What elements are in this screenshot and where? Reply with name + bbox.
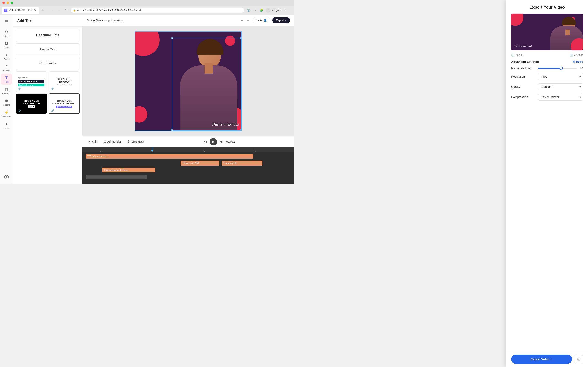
- person-body: [180, 66, 237, 131]
- sidebar-help-button[interactable]: ?: [1, 173, 12, 181]
- redo-button[interactable]: ↪: [245, 17, 251, 24]
- export-arrow-icon: ↑: [285, 19, 286, 22]
- extension-button[interactable]: 🧩: [259, 8, 264, 13]
- voiceover-button[interactable]: 🎙 Voiceover: [126, 139, 145, 145]
- timeline-playhead[interactable]: [152, 147, 152, 152]
- address-bar[interactable]: 🔒 veed.io/edit/0e4e2277-6f45-45c3-9294-7…: [70, 8, 245, 13]
- pres2-badge: QUARTERLY REPORT: [56, 106, 72, 108]
- main-area: Online Workshop Invitation ↩ ↪ Invite 👤 …: [82, 15, 294, 184]
- bigsale-line3: LIMITED TIME ONLY: [51, 84, 77, 86]
- minimize-traffic-light[interactable]: [7, 2, 9, 4]
- sidebar-item-settings[interactable]: ⚙ Settings: [1, 28, 12, 39]
- bigsale-content: BIG SALE PROMO LIMITED TIME ONLY: [51, 78, 77, 86]
- track-row-1: T This is a text box :): [86, 153, 291, 159]
- canvas-text-overlay[interactable]: This is a text box: [212, 122, 239, 127]
- speaker-role: Fashion Designer: [18, 83, 44, 86]
- sidebar-subtitles-label: Subtitles: [2, 69, 10, 72]
- add-media-button[interactable]: ⊕ Add Media: [102, 139, 122, 145]
- sidebar-item-media[interactable]: 🖼 Media: [1, 40, 12, 50]
- maximize-traffic-light[interactable]: [11, 2, 13, 4]
- clip-text-icon-3: T: [223, 162, 224, 164]
- sidebar-elements-label: Elements: [2, 92, 11, 95]
- video-canvas[interactable]: This is a text box: [135, 31, 242, 131]
- sidebar-item-text[interactable]: T Text: [1, 74, 12, 85]
- tab-close-button[interactable]: ✕: [34, 8, 36, 12]
- play-icon: ▶: [212, 140, 214, 143]
- sidebar-hamburger[interactable]: ☰: [3, 18, 10, 26]
- elements-icon: ◻: [5, 87, 8, 92]
- new-tab-button[interactable]: +: [40, 7, 45, 13]
- timeline-clip-4[interactable]: T Workshop by K. Therry: [102, 167, 155, 173]
- export-header-button[interactable]: Export ↑: [272, 17, 290, 24]
- top-bar-actions: ↩ ↪ Invite 👤 Export ↑: [240, 17, 290, 24]
- clip-label-3: January 5th...: [225, 162, 239, 164]
- track-row-2: T Join us in 2022 T January 5th...: [86, 160, 291, 166]
- timeline-clip-1[interactable]: T This is a text box :): [86, 154, 253, 159]
- time-display: 00:05:2: [226, 140, 235, 143]
- profile-label: Incognito: [271, 9, 281, 12]
- cast-button[interactable]: 📡: [246, 8, 251, 13]
- refresh-button[interactable]: ↻: [64, 8, 69, 13]
- timeline-area[interactable]: 0 5 10 15: [82, 147, 294, 184]
- media-icon: 🖼: [5, 42, 8, 46]
- sidebar-item-audio[interactable]: ♪ Audio: [1, 51, 12, 62]
- template-cards-grid: Speaker 01 Oliver Patterson Fashion Desi…: [16, 71, 80, 114]
- bigsale-template-card[interactable]: BIG SALE PROMO LIMITED TIME ONLY 🔗: [49, 71, 80, 92]
- playhead-triangle: [151, 150, 153, 152]
- profile-avatar[interactable]: I: [266, 8, 270, 13]
- clip-text-icon: T: [87, 155, 89, 157]
- timeline-ruler: 0 5 10 15: [82, 147, 294, 152]
- timeline-clip-3[interactable]: T January 5th...: [222, 161, 262, 166]
- browser-tab-active[interactable]: V VEED CREATE | Edit ✕: [2, 7, 39, 14]
- split-button[interactable]: ✂ Split: [86, 139, 99, 145]
- skip-back-button[interactable]: ⏮: [204, 140, 207, 144]
- handwrite-template[interactable]: Hand Write: [16, 57, 80, 70]
- timeline-clip-2[interactable]: T Join us in 2022: [181, 161, 219, 166]
- regular-template[interactable]: Regular Text: [16, 43, 80, 55]
- invite-button[interactable]: Invite 👤: [252, 17, 270, 24]
- export-header-label: Export: [276, 19, 284, 22]
- record-icon: ⏺: [5, 99, 8, 103]
- canvas-wrapper: This is a text box: [82, 26, 294, 136]
- sidebar-item-record[interactable]: ⏺ Record: [1, 97, 12, 108]
- link-icon: 🔗: [18, 87, 21, 90]
- url-text: veed.io/edit/0e4e2277-6f45-45c3-9294-790…: [77, 9, 141, 12]
- sidebar-audio-label: Audio: [4, 58, 9, 60]
- track-row-3: T Workshop by K. Therry: [86, 167, 291, 173]
- browser-titlebar: [0, 0, 294, 6]
- link-icon-2: 🔗: [51, 87, 54, 90]
- settings-icon: ⚙: [5, 30, 8, 34]
- sidebar-item-transitions[interactable]: ⚡ Transitions: [1, 108, 12, 119]
- bookmark-button[interactable]: ★: [253, 8, 257, 13]
- panel-title: Add Text: [13, 15, 82, 26]
- skip-forward-button[interactable]: ⏭: [219, 140, 223, 144]
- sidebar-item-elements[interactable]: ◻ Elements: [1, 85, 12, 96]
- play-button[interactable]: ▶: [210, 138, 217, 145]
- undo-redo-group: ↩ ↪: [240, 17, 251, 24]
- speaker-template-card[interactable]: Speaker 01 Oliver Patterson Fashion Desi…: [16, 71, 47, 92]
- app-body: ☰ ⚙ Settings 🖼 Media ♪ Audio ≡ Subtitles…: [0, 15, 294, 184]
- forward-button[interactable]: →: [57, 8, 62, 13]
- link-icon-4: 🔗: [51, 109, 54, 112]
- browser-chrome: V VEED CREATE | Edit ✕ + ← → ↻ 🔒 veed.io…: [0, 0, 294, 15]
- pres2-template-card[interactable]: THIS IS YOURPRESENTATION TITLEQUARTERLY …: [49, 93, 80, 114]
- lock-icon: 🔒: [73, 9, 76, 12]
- undo-button[interactable]: ↩: [240, 17, 245, 24]
- sidebar-item-filters[interactable]: ✦ Filters: [1, 120, 12, 131]
- playback-controls: ⏮ ▶ ⏭: [204, 138, 223, 145]
- clip-label-2: Join us in 2022: [184, 162, 199, 164]
- tab-title: VEED CREATE | Edit: [9, 9, 32, 12]
- sidebar-item-subtitles[interactable]: ≡ Subtitles: [1, 63, 12, 73]
- person-hair: [197, 39, 223, 55]
- speaker-name: Oliver Patterson: [18, 80, 44, 83]
- close-traffic-light[interactable]: [2, 2, 5, 4]
- canvas-circle-topleft: [135, 31, 160, 56]
- hamburger-icon: ☰: [5, 20, 8, 24]
- back-button[interactable]: ←: [50, 8, 55, 13]
- menu-button[interactable]: ⋮: [283, 8, 287, 13]
- headline-template[interactable]: Headline Title: [16, 29, 80, 42]
- pres1-template-card[interactable]: THIS IS YOURPRESENTATIONTITLE 🔗: [16, 93, 47, 114]
- playback-bar: ✂ Split ⊕ Add Media 🎙 Voiceover ⏮ ▶ ⏭ 00…: [82, 136, 294, 147]
- video-track[interactable]: [86, 175, 147, 179]
- headline-template-label: Headline Title: [20, 33, 76, 38]
